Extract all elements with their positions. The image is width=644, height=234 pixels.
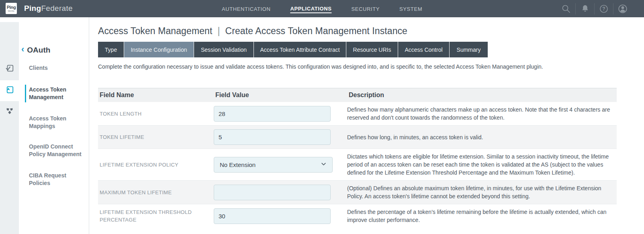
svg-text:?: ?: [602, 6, 605, 12]
field-value-cell: [214, 129, 347, 145]
user-icon[interactable]: [613, 4, 632, 14]
page-title-primary: Access Token Management: [98, 26, 212, 36]
fields-table: Field Name Field Value Description TOKEN…: [98, 88, 617, 228]
pingfederate-app: Ping Identity. PingFederate AUTHENTICATI…: [0, 0, 644, 234]
field-value-dropdown[interactable]: No Extension: [214, 157, 333, 173]
sidebar-section-oauth[interactable]: ‹ OAuth: [21, 46, 50, 55]
intro-text: Complete the configuration necessary to …: [98, 63, 617, 70]
help-icon[interactable]: ?: [595, 4, 613, 14]
tab-access-token-attribute-contract[interactable]: Access Token Attribute Contract: [254, 42, 346, 57]
page-title-secondary: Create Access Token Management Instance: [225, 26, 408, 36]
sidebar-item-access-token-mappings[interactable]: Access Token Mappings: [29, 115, 83, 130]
brand-name: PingFederate: [24, 4, 73, 13]
search-icon[interactable]: [557, 4, 575, 14]
sidebar: ‹ OAuth ClientsAccess Token ManagementAc…: [0, 17, 89, 234]
field-value-cell: [214, 106, 347, 122]
active-item-indicator: [25, 85, 26, 102]
sidebar-item-clients[interactable]: Clients: [29, 64, 83, 72]
column-header-field-name: Field Name: [98, 92, 214, 99]
table-row: LIFETIME EXTENSION POLICYNo ExtensionDic…: [98, 149, 617, 180]
table-header-row: Field Name Field Value Description: [98, 88, 617, 102]
table-body: TOKEN LENGTHDefines how many alphanumeri…: [98, 102, 617, 228]
field-name-label: TOKEN LENGTH: [98, 110, 214, 118]
tab-session-validation[interactable]: Session Validation: [194, 42, 254, 57]
sidebar-item-ciba-request-policies[interactable]: CIBA Request Policies: [29, 172, 83, 187]
field-value-cell: No Extension: [214, 157, 347, 173]
back-chevron-icon[interactable]: ‹: [21, 45, 24, 54]
ping-logo-text: Ping: [7, 5, 16, 10]
sidebar-item-access-token-management[interactable]: Access Token Management: [29, 86, 83, 101]
nav-item-system[interactable]: SYSTEM: [399, 4, 422, 13]
tab-summary[interactable]: Summary: [450, 42, 488, 57]
sidebar-icon-rail: [0, 22, 19, 234]
field-value-cell: [214, 185, 347, 200]
topbar-icon-group: ?: [557, 0, 632, 17]
table-row: TOKEN LIFETIMEDefines how long, in minut…: [98, 125, 617, 149]
clients-icon[interactable]: [5, 64, 14, 74]
access-token-management-icon[interactable]: [5, 85, 14, 96]
field-value-input[interactable]: [214, 208, 331, 224]
field-value-input[interactable]: [214, 185, 331, 200]
brand: Ping Identity. PingFederate: [6, 3, 73, 14]
column-header-description: Description: [347, 92, 617, 99]
sidebar-item-openid-connect-policy-management[interactable]: OpenID Connect Policy Management: [29, 143, 83, 158]
field-name-label: MAXIMUM TOKEN LIFETIME: [98, 189, 214, 196]
tab-access-control[interactable]: Access Control: [398, 42, 450, 57]
page-title: Access Token Management|Create Access To…: [98, 26, 617, 37]
nav-item-authentication[interactable]: AUTHENTICATION: [222, 4, 271, 13]
top-bar: Ping Identity. PingFederate AUTHENTICATI…: [0, 0, 644, 17]
chevron-down-icon: [321, 161, 327, 168]
field-name-label: TOKEN LIFETIME: [98, 133, 214, 141]
nav-item-applications[interactable]: APPLICATIONS: [290, 4, 331, 13]
field-description: Defines how many alphanumeric characters…: [347, 106, 617, 122]
bell-icon[interactable]: [576, 4, 594, 14]
field-description: Defines how long, in minutes, an access …: [347, 133, 617, 141]
field-description: Dictates which tokens are eligible for l…: [347, 153, 617, 177]
access-token-mappings-icon[interactable]: [5, 106, 14, 117]
wizard-tabs: TypeInstance ConfigurationSession Valida…: [98, 42, 617, 57]
tab-resource-uris[interactable]: Resource URIs: [346, 42, 398, 57]
main-content: Access Token Management|Create Access To…: [90, 26, 644, 228]
tab-type[interactable]: Type: [98, 42, 124, 57]
field-name-label: LIFETIME EXTENSION THRESHOLD PERCENTAGE: [98, 208, 214, 224]
field-value-input[interactable]: [214, 129, 331, 145]
field-description: Defines the percentage of a token's life…: [347, 208, 617, 224]
nav-item-security[interactable]: SECURITY: [351, 4, 380, 13]
table-row: LIFETIME EXTENSION THRESHOLD PERCENTAGED…: [98, 204, 617, 228]
field-value-cell: [214, 208, 347, 224]
column-header-field-value: Field Value: [214, 92, 347, 99]
ping-logo: Ping Identity.: [6, 3, 17, 14]
brand-name-bold: Ping: [24, 4, 41, 12]
tab-instance-configuration[interactable]: Instance Configuration: [124, 42, 194, 57]
field-value-input[interactable]: [214, 106, 331, 122]
dropdown-selected-value: No Extension: [220, 161, 256, 168]
table-row: MAXIMUM TOKEN LIFETIME(Optional) Defines…: [98, 180, 617, 204]
table-row: TOKEN LENGTHDefines how many alphanumeri…: [98, 102, 617, 125]
ping-logo-subtext: Identity.: [8, 10, 14, 12]
top-navigation: AUTHENTICATIONAPPLICATIONSSECURITYSYSTEM: [222, 0, 422, 17]
brand-name-rest: Federate: [41, 4, 72, 12]
page-title-separator: |: [212, 26, 225, 36]
sidebar-section-label: OAuth: [27, 46, 50, 55]
field-name-label: LIFETIME EXTENSION POLICY: [98, 161, 214, 169]
field-description: (Optional) Defines an absolute maximum t…: [347, 184, 617, 200]
